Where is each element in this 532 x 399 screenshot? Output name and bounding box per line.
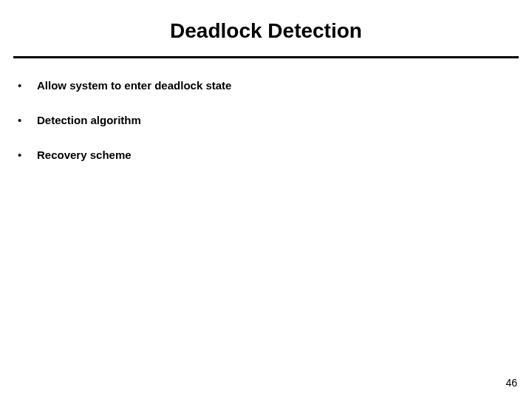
bullet-icon: • (13, 149, 37, 161)
page-number: 46 (505, 377, 517, 389)
slide-title: Deadlock Detection (0, 0, 532, 56)
bullet-icon: • (13, 79, 37, 92)
list-item: • Detection algorithm (13, 114, 519, 126)
list-item: • Allow system to enter deadlock state (13, 79, 519, 92)
slide: Deadlock Detection • Allow system to ent… (0, 0, 532, 399)
bullet-icon: • (13, 114, 37, 126)
list-item-text: Allow system to enter deadlock state (37, 79, 519, 92)
list-item-text: Detection algorithm (37, 114, 519, 126)
bullet-list: • Allow system to enter deadlock state •… (13, 79, 519, 161)
list-item: • Recovery scheme (13, 149, 519, 161)
slide-content: • Allow system to enter deadlock state •… (0, 58, 532, 161)
list-item-text: Recovery scheme (37, 149, 519, 161)
